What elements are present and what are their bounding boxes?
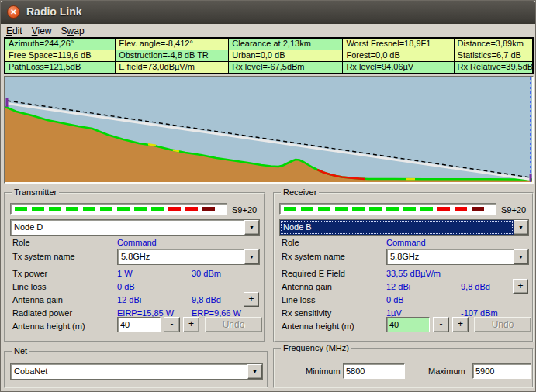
tx-endpoint-mark [6, 98, 9, 107]
rx-sensitivity-label: Rx sensitivity [282, 308, 331, 318]
rx-gain-row: Antenna gain 12 dBi 9,8 dBd [282, 282, 530, 293]
rx-system-select[interactable]: 5.8GHz ▼ [386, 249, 529, 265]
rx-efield-row: Required E Field 33,55 dBµV/m [282, 269, 530, 280]
tx-role-value: Command [117, 238, 157, 247]
rx-efield-label: Required E Field [282, 269, 345, 278]
rx-endpoint-mark [530, 174, 532, 181]
frequency-min-input[interactable] [343, 363, 405, 379]
chevron-down-icon[interactable]: ▼ [514, 220, 528, 235]
tx-gain-dbd: 9,8 dBd [192, 295, 221, 304]
rx-system-label: Rx system name [282, 252, 345, 261]
rx-role-value: Command [386, 238, 426, 247]
rx-gain-dbd: 9,8 dBd [461, 282, 490, 291]
signal-dash [100, 207, 112, 211]
info-cell: Free Space=119,6 dB [5, 50, 115, 61]
info-cell: Rx Relative=39,5dB [455, 62, 532, 73]
rx-role-label: Role [282, 238, 299, 247]
rx-node-select[interactable]: Node B ▼ [279, 219, 529, 236]
info-cell: Azimuth=244,26° [5, 39, 115, 50]
signal-dash [386, 207, 399, 211]
info-cell: Clearance at 2,13km [229, 39, 342, 50]
signal-dash [437, 207, 450, 211]
signal-dash [151, 207, 164, 211]
chevron-down-icon[interactable]: ▼ [514, 249, 528, 264]
close-icon[interactable]: ✕ [7, 5, 20, 19]
info-cell: Urban=0,0 dB [229, 50, 342, 61]
info-cell: Rx level=94,06µV [343, 62, 453, 73]
tx-gain-label: Antenna gain [12, 295, 63, 304]
menu-item-swap[interactable]: Swap [61, 26, 85, 36]
tx-gain-plus-button[interactable]: + [244, 292, 259, 307]
tx-undo-button[interactable]: Undo [205, 317, 262, 332]
rx-gain-label: Antenna gain [282, 282, 332, 291]
rx-undo-button[interactable]: Undo [474, 317, 531, 332]
signal-dash [403, 207, 416, 211]
tx-node-select[interactable]: Node D ▼ [10, 219, 260, 236]
signal-dash [32, 207, 44, 211]
profile-svg [5, 77, 532, 182]
receiver-group-title: Receiver [281, 187, 319, 198]
rx-height-plus-button[interactable]: + [452, 317, 469, 332]
tx-signal-label: S9+20 [232, 205, 257, 215]
tx-power-dbm: 30 dBm [192, 269, 221, 278]
rx-gain-plus-button[interactable]: + [513, 279, 528, 294]
rx-role-row: Role Command [282, 238, 530, 249]
menu-bar: EditViewSwap [1, 24, 535, 37]
tx-role-label: Role [12, 238, 30, 247]
rx-efield-value: 33,55 dBµV/m [386, 269, 441, 278]
signal-dash [49, 207, 61, 211]
terrain-yellow-mark [148, 144, 156, 146]
tx-height-minus-button[interactable]: - [164, 317, 180, 332]
info-cell: Forest=0,0 dB [343, 50, 453, 61]
signal-dash [420, 207, 433, 211]
rx-antenna-height-input[interactable] [386, 317, 430, 332]
rx-node-value: Node B [280, 220, 514, 235]
rx-signal-meter [279, 203, 496, 215]
tx-node-value: Node D [11, 220, 244, 235]
menu-item-edit[interactable]: Edit [6, 26, 22, 36]
frequency-max-label: Maximum [428, 366, 465, 376]
frequency-max-input[interactable] [472, 363, 531, 379]
tx-role-row: Role Command [12, 238, 261, 249]
tx-system-label: Tx system name [12, 252, 75, 261]
rx-height-minus-button[interactable]: - [433, 317, 449, 332]
signal-dash [83, 207, 95, 211]
info-cell: Obstruction=-4,8 dB TR [116, 50, 228, 61]
chevron-down-icon[interactable]: ▼ [244, 249, 259, 264]
net-value: CobaNet [11, 364, 247, 379]
info-cell: Rx level=-67,5dBm [229, 62, 342, 73]
menu-item-view[interactable]: View [32, 26, 52, 36]
info-cell: Distance=3,89km [455, 39, 532, 50]
tx-system-select[interactable]: 5.8GHz ▼ [117, 249, 260, 265]
net-select[interactable]: CobaNet ▼ [10, 363, 263, 380]
signal-dash [134, 207, 147, 211]
transmitter-group: Transmitter S9+20 Node D ▼ Role Command … [4, 192, 265, 342]
rx-lineloss-row: Line loss 0 dB [282, 295, 530, 306]
chevron-down-icon[interactable]: ▼ [247, 364, 262, 379]
signal-dash [168, 207, 181, 211]
signal-dash [301, 207, 313, 211]
frequency-group: Frequency (MHz) Minimum Maximum [273, 348, 534, 388]
window-title: Radio Link [26, 5, 82, 18]
path-profile-chart[interactable] [4, 76, 534, 184]
signal-dash [185, 207, 198, 211]
rx-system-value: 5.8GHz [387, 249, 514, 264]
signal-dash [117, 207, 130, 211]
tx-system-value: 5.8GHz [118, 249, 244, 264]
frequency-min-label: Minimum [306, 366, 341, 376]
info-cell: Worst Fresnel=18,9F1 [343, 39, 453, 50]
rx-signal-label: S9+20 [501, 205, 526, 215]
rx-antenna-height-label: Antenna height (m) [282, 322, 354, 331]
signal-dash [15, 207, 27, 211]
tx-power-label: Tx power [12, 269, 47, 278]
frequency-group-title: Frequency (MHz) [281, 343, 351, 353]
rx-gain-dbi: 12 dBi [386, 282, 410, 291]
title-bar[interactable]: ✕ Radio Link [1, 1, 535, 25]
transmitter-group-title: Transmitter [12, 187, 59, 198]
tx-radiated-label: Radiated power [12, 308, 72, 318]
tx-height-plus-button[interactable]: + [183, 317, 199, 332]
signal-dash [369, 207, 382, 211]
rx-lineloss-label: Line loss [282, 295, 315, 304]
tx-antenna-height-input[interactable] [117, 317, 161, 332]
chevron-down-icon[interactable]: ▼ [244, 220, 259, 235]
